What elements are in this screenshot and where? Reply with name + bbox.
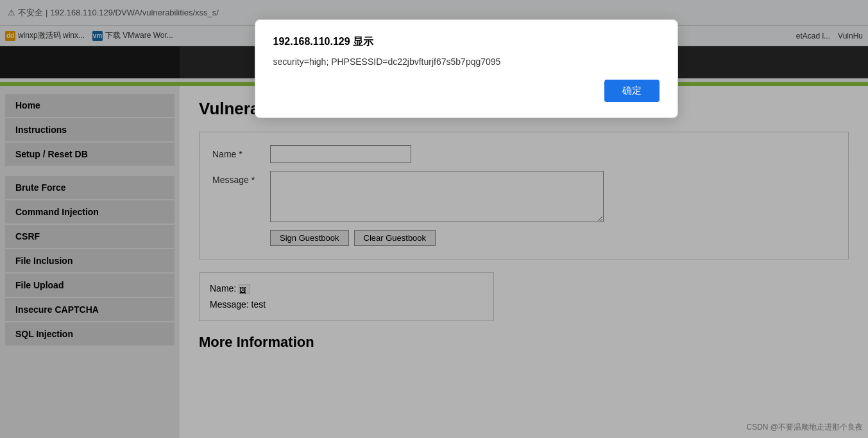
- alert-footer: 确定: [273, 80, 660, 102]
- alert-overlay: 192.168.110.129 显示 security=high; PHPSES…: [0, 0, 868, 438]
- alert-header: 192.168.110.129 显示: [273, 35, 660, 49]
- alert-dialog: 192.168.110.129 显示 security=high; PHPSES…: [255, 19, 678, 118]
- alert-message: security=high; PHPSESSID=dc22jbvfturjf67…: [273, 57, 660, 67]
- alert-ok-button[interactable]: 确定: [604, 80, 660, 102]
